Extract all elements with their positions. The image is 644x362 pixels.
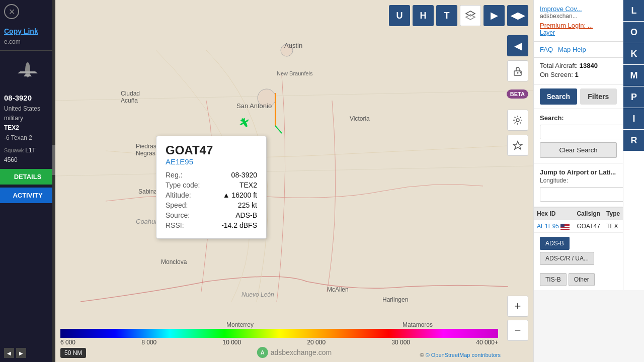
jump-section: Jump to Airport or Lati... Longitude: Ju… <box>534 163 623 207</box>
svg-text:Negras: Negras <box>136 150 155 157</box>
search-label: Search: <box>540 114 617 122</box>
letter-i-button[interactable]: I <box>623 108 644 129</box>
svg-text:Monterrey: Monterrey <box>226 321 254 328</box>
btn-u[interactable]: U <box>389 5 410 26</box>
svg-marker-37 <box>513 141 522 149</box>
svg-text:Piedras: Piedras <box>136 143 156 150</box>
popup-source-label: Source: <box>166 211 190 219</box>
other-button[interactable]: Other <box>569 273 595 286</box>
svg-text:Nuevo León: Nuevo León <box>242 291 274 298</box>
zoom-plus-button[interactable]: + <box>507 296 528 317</box>
osm-credit-link[interactable]: © OpenStreetMap contributors <box>426 352 501 358</box>
color-label-3: 20 000 <box>307 339 326 346</box>
beta-badge[interactable]: BETA <box>507 89 528 99</box>
nav-right-button[interactable]: ▶ <box>484 5 505 26</box>
svg-text:Harlingen: Harlingen <box>382 296 408 303</box>
search-tab-button[interactable]: Search <box>540 88 577 105</box>
activity-button[interactable]: ACTIVITY <box>0 188 55 203</box>
watermark-text: adsbexchange.com <box>271 348 332 356</box>
popup-rssi-row: RSSI: -14.2 dBFS <box>166 221 257 229</box>
login-button[interactable] <box>507 60 528 81</box>
hex-cell: AE1E95 <box>534 220 574 233</box>
osm-credit-prefix: © <box>420 352 425 358</box>
popup-speed-val: 225 kt <box>238 201 257 209</box>
results-table: Hex ID Callsign Type AE1E95 GOAT47 <box>534 208 623 233</box>
back-button[interactable]: ◀ <box>507 35 528 56</box>
right-panel: Improve Cov... adsbexchan... Premium Log… <box>533 0 644 362</box>
map-area[interactable]: Austin San Antonio New Braunfels Victori… <box>55 0 533 362</box>
aircraft-marker[interactable] <box>236 115 253 133</box>
total-aircraft-stat: Total Aircraft: 13840 <box>540 62 617 69</box>
popup-speed-label: Speed: <box>166 201 188 209</box>
color-label-1: 8 000 <box>141 339 156 346</box>
svg-marker-1 <box>18 71 38 73</box>
next-arrow-button[interactable]: ▶ <box>16 348 26 358</box>
search-section: Search: Sea... Clear Search <box>534 109 623 163</box>
hex-id-header: Hex ID <box>534 208 574 220</box>
letter-k-button[interactable]: K <box>623 43 644 64</box>
svg-text:Matamoros: Matamoros <box>403 321 433 328</box>
map-help-link[interactable]: Map Help <box>558 46 586 53</box>
jump-label: Jump to Airport or Lati... <box>540 168 617 176</box>
settings-button[interactable] <box>507 110 528 131</box>
aircraft-popup: GOAT47 AE1E95 Reg.: 08-3920 Type code: T… <box>156 136 267 239</box>
adsc-button[interactable]: ADS-C/R / UA... <box>540 252 594 265</box>
jump-input[interactable] <box>540 187 623 202</box>
letter-m-button[interactable]: M <box>623 65 644 86</box>
improve-sub: adsbexchan... <box>540 13 617 20</box>
letter-l-button[interactable]: L <box>623 0 644 21</box>
svg-text:McAllen: McAllen <box>327 286 349 293</box>
domain-label: e.com <box>0 37 55 46</box>
letter-r-button[interactable]: R <box>623 130 644 151</box>
search-filter-btns: Search Filters <box>534 84 623 109</box>
search-input-row: Sea... <box>540 125 617 139</box>
letter-p-button[interactable]: P <box>623 86 644 108</box>
letter-o-button[interactable]: O <box>623 22 644 43</box>
popup-alt-val: ▲ 16200 ft <box>223 191 257 199</box>
type-cell: TEX <box>603 220 623 233</box>
total-aircraft-label: Total Aircraft: <box>540 62 578 69</box>
popup-alt-label: Altitude: <box>166 191 191 199</box>
faq-link[interactable]: FAQ <box>540 46 553 53</box>
layers-button[interactable] <box>460 5 481 26</box>
right-main-col: Improve Cov... adsbexchan... Premium Log… <box>534 0 623 290</box>
copy-link[interactable]: Copy Link <box>0 25 55 37</box>
details-button[interactable]: DETAILS <box>0 169 55 185</box>
hex-link[interactable]: AE1E95 <box>537 223 559 230</box>
source-type-row: ADS-B ADS-C/R / UA... <box>534 233 623 269</box>
nav-lr-button[interactable]: ◀▶ <box>507 5 528 26</box>
popup-type-row: Type code: TEX2 <box>166 181 257 189</box>
color-label-4: 30 000 <box>391 339 410 346</box>
clear-search-button[interactable]: Clear Search <box>540 142 617 158</box>
color-bar <box>60 329 498 338</box>
svg-text:New Braunfels: New Braunfels <box>277 70 313 76</box>
total-aircraft-val: 13840 <box>580 62 598 69</box>
svg-marker-30 <box>466 11 475 16</box>
improve-link[interactable]: Improve Cov... <box>540 5 617 13</box>
btn-t[interactable]: T <box>436 5 457 26</box>
sidebar-bottom: ◀ ▶ <box>4 348 26 358</box>
right-panel-inner: Improve Cov... adsbexchan... Premium Log… <box>534 0 644 290</box>
results-section: Hex ID Callsign Type AE1E95 GOAT47 <box>534 207 623 233</box>
prev-arrow-button[interactable]: ◀ <box>4 348 14 358</box>
table-row: AE1E95 GOAT47 TEX <box>534 220 623 233</box>
aircraft-icon <box>13 60 43 85</box>
on-screen-stat: On Screen: 1 <box>540 71 617 78</box>
aircraft-info: 08-3920 United States military TEX2 -6 T… <box>0 90 55 167</box>
nm-badge: 50 NM <box>60 348 86 358</box>
svg-point-33 <box>517 72 519 74</box>
svg-marker-2 <box>24 74 32 76</box>
btn-h[interactable]: H <box>413 5 434 26</box>
zoom-minus-button[interactable]: − <box>507 320 528 341</box>
close-button[interactable]: ✕ <box>4 4 19 19</box>
premium-sub[interactable]: Layer <box>540 29 617 36</box>
popup-reg-label: Reg.: <box>166 171 182 179</box>
search-input[interactable] <box>540 125 623 139</box>
star-button[interactable] <box>507 135 528 156</box>
filters-tab-button[interactable]: Filters <box>580 88 617 105</box>
tisb-button[interactable]: TIS-B <box>540 273 567 286</box>
premium-link[interactable]: Premium Login: ... <box>540 22 617 29</box>
popup-type-val: TEX2 <box>239 181 257 189</box>
adsb-button[interactable]: ADS-B <box>540 237 570 250</box>
svg-text:Acuña: Acuña <box>121 97 138 104</box>
